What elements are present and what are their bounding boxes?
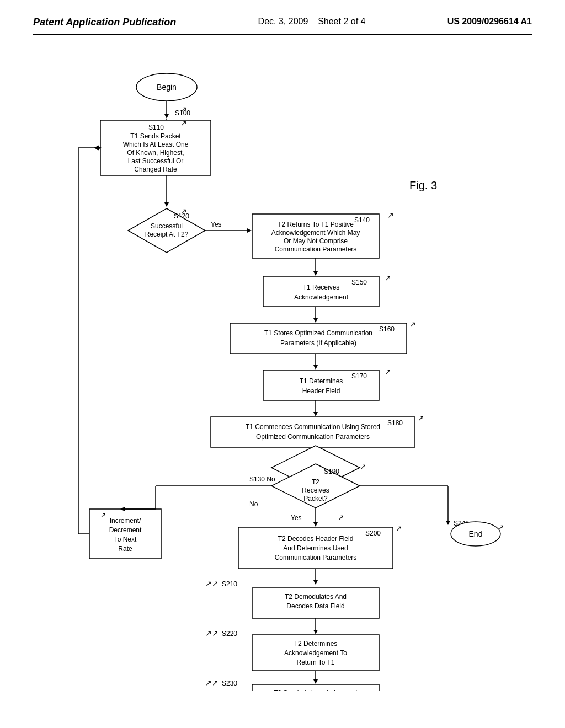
s220-line3: Return To T1 (297, 659, 335, 666)
s220-line2: Acknowledgement To (284, 649, 347, 657)
s160-line1: T1 Stores Optimized Communication (264, 329, 372, 337)
s170-label: S170 (351, 372, 367, 380)
s200-zigzag: ↗ (396, 524, 402, 533)
s200-line2: And Determines Used (283, 544, 348, 552)
s230-zigzag: ↗↗ (205, 678, 218, 687)
s110-line2: Which Is At Least One (123, 141, 189, 148)
s130-zigzag: ↗ (100, 511, 106, 519)
s170-line1: T1 Determines (300, 377, 343, 385)
s160-line2: Parameters (If Applicable) (280, 339, 356, 347)
s150-zigzag: ↗ (385, 274, 391, 282)
arrowhead-4 (313, 318, 318, 323)
s110-label: S110 (148, 124, 164, 131)
s180-box (211, 417, 415, 447)
s180-label: S180 (387, 419, 403, 427)
s180-line1: T1 Commences Communication Using Stored (246, 423, 380, 431)
flowchart-container: Fig. 3 Begin S100 ↗ S110 ↗ T1 Sends Pack… (33, 57, 532, 693)
arrowhead-9 (313, 630, 318, 634)
header-center: Dec. 3, 2009 Sheet 2 of 4 (258, 17, 366, 26)
yes2-zigzag: ↗ (338, 513, 344, 522)
s110-zigzag: ↗ (180, 119, 187, 127)
s140-line2: Acknowledgement Which May (271, 229, 360, 237)
s180-line2: Optimized Communication Parameters (256, 433, 370, 441)
arrowhead-yes2 (313, 522, 318, 527)
s110-line5: Changed Rate (134, 165, 177, 173)
s220-zigzag: ↗↗ (205, 629, 218, 638)
s140-line3: Or May Not Comprise (284, 237, 348, 245)
s120-line2: Receipt At T2? (145, 231, 189, 238)
s120-line1: Successful (151, 222, 183, 230)
s100-zigzag: ↗ (180, 105, 187, 114)
s130-line2: Decrement (109, 526, 142, 534)
s180-zigzag: ↗ (418, 414, 424, 422)
no-label2: No (249, 500, 258, 508)
s160-zigzag: ↗ (409, 320, 416, 329)
s130-no-label: S130 No (249, 475, 275, 483)
s220-line1: T2 Determines (294, 640, 338, 647)
page: Patent Application Publication Dec. 3, 2… (0, 0, 565, 728)
s230-line1: T2 Sends Acknowledgement (274, 689, 358, 691)
s140-label: S140 (354, 216, 370, 224)
s210-label: S210 (222, 580, 237, 588)
arrowhead-2 (164, 202, 169, 207)
s210-line1: T2 Demodulates And (285, 593, 347, 601)
s190-line2: Receives (302, 486, 329, 494)
sheet-info: Sheet 2 of 4 (318, 17, 365, 26)
arrowhead-3 (313, 271, 318, 276)
s130-line1: Increment/ (110, 517, 141, 524)
s110-line4: Last Successful Or (128, 157, 184, 165)
s150-line2: Acknowledgement (294, 293, 349, 301)
s140-line4: Communication Parameters (275, 245, 357, 253)
s190-label: S190 (324, 468, 339, 475)
s160-label: S160 (379, 325, 395, 333)
s220-label: S220 (222, 630, 237, 638)
end-zigzag: ↗ (498, 523, 504, 532)
figure-label: Fig. 3 (409, 179, 437, 191)
patent-number: US 2009/0296614 A1 (447, 17, 532, 26)
arrowhead-5 (313, 365, 318, 370)
s200-line3: Communication Parameters (275, 554, 357, 561)
s130-line4: Rate (118, 545, 132, 553)
s230-label: S230 (222, 679, 237, 687)
publication-title: Patent Application Publication (33, 17, 176, 28)
arrowhead-end (446, 521, 450, 525)
begin-text: Begin (157, 83, 177, 92)
arrowhead-yes (247, 228, 252, 233)
s200-label: S200 (365, 529, 381, 537)
s200-line1: T2 Decodes Header Field (278, 535, 354, 543)
s140-line1: T2 Returns To T1 Positive (278, 221, 354, 228)
s190-line3: Packet? (303, 495, 328, 502)
s130-line3: To Next (114, 536, 137, 543)
s170-zigzag: ↗ (385, 367, 391, 376)
end-text: End (469, 529, 483, 538)
arrowhead-1 (164, 114, 169, 119)
s210-line2: Decodes Data Field (286, 602, 344, 610)
arrowhead-6 (313, 412, 318, 416)
publication-date: Dec. 3, 2009 (258, 17, 308, 26)
s190-line1: T2 (312, 478, 319, 486)
s120-zigzag: ↗ (180, 207, 187, 216)
s110-line3: Of Known, Highest, (127, 149, 184, 157)
yes-label: Yes (211, 221, 222, 228)
yes2-label: Yes (291, 514, 302, 522)
s110-line1: T1 Sends Packet (130, 132, 181, 140)
s140-zigzag: ↗ (387, 211, 394, 220)
s150-line1: T1 Receives (303, 283, 340, 291)
s170-line2: Header Field (302, 387, 340, 395)
flowchart-svg: Fig. 3 Begin S100 ↗ S110 ↗ T1 Sends Pack… (33, 57, 532, 691)
arrowhead-10 (313, 679, 318, 684)
page-header: Patent Application Publication Dec. 3, 2… (33, 17, 532, 35)
s190-zigzag: ↗ (360, 462, 366, 471)
s210-zigzag: ↗↗ (205, 579, 218, 588)
arrowhead-8 (313, 580, 318, 585)
s150-label: S150 (351, 279, 367, 286)
